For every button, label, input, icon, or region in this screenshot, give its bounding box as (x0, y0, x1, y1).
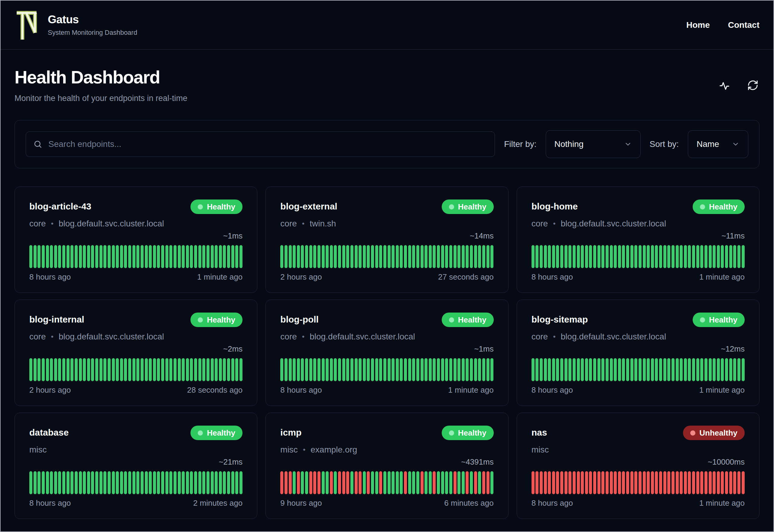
status-bar[interactable] (367, 245, 370, 268)
status-bar[interactable] (116, 358, 119, 381)
status-bar[interactable] (548, 245, 551, 268)
status-bar[interactable] (470, 358, 473, 381)
status-bar[interactable] (742, 358, 745, 381)
status-bar[interactable] (585, 245, 588, 268)
status-bar[interactable] (231, 471, 234, 494)
status-bar[interactable] (535, 245, 538, 268)
status-bar[interactable] (50, 358, 53, 381)
status-bar[interactable] (581, 358, 584, 381)
status-bar[interactable] (421, 471, 424, 494)
status-bar[interactable] (207, 358, 210, 381)
status-bar[interactable] (581, 471, 584, 494)
status-bar[interactable] (289, 245, 292, 268)
status-bar[interactable] (297, 358, 300, 381)
status-bar[interactable] (50, 245, 53, 268)
status-bar[interactable] (379, 245, 382, 268)
status-bar[interactable] (614, 358, 617, 381)
status-bar[interactable] (124, 358, 127, 381)
status-bar[interactable] (239, 358, 242, 381)
status-bar[interactable] (622, 245, 625, 268)
status-bar[interactable] (95, 245, 98, 268)
status-bar[interactable] (326, 471, 329, 494)
status-bar[interactable] (618, 471, 621, 494)
status-bar[interactable] (462, 358, 465, 381)
status-bar[interactable] (363, 245, 366, 268)
status-bar[interactable] (83, 245, 86, 268)
status-bar[interactable] (322, 471, 325, 494)
status-bar[interactable] (338, 471, 341, 494)
status-bar[interactable] (375, 245, 378, 268)
status-bar[interactable] (359, 245, 362, 268)
sort-select[interactable]: Name (688, 130, 748, 158)
status-bar[interactable] (239, 245, 242, 268)
status-bar[interactable] (371, 358, 374, 381)
status-bar[interactable] (717, 358, 720, 381)
status-bar[interactable] (684, 245, 687, 268)
status-bar[interactable] (462, 471, 465, 494)
status-bar[interactable] (34, 245, 37, 268)
status-bar[interactable] (91, 245, 94, 268)
status-bar[interactable] (540, 245, 543, 268)
status-bar[interactable] (688, 358, 691, 381)
status-bar[interactable] (606, 471, 609, 494)
status-bar[interactable] (416, 358, 419, 381)
status-bar[interactable] (305, 358, 308, 381)
status-bar[interactable] (305, 471, 308, 494)
status-bar[interactable] (454, 245, 457, 268)
activity-button[interactable] (718, 79, 731, 92)
status-bar[interactable] (223, 358, 226, 381)
status-bar[interactable] (207, 471, 210, 494)
status-bar[interactable] (149, 471, 152, 494)
status-bar[interactable] (75, 471, 78, 494)
status-bar[interactable] (165, 471, 168, 494)
status-bar[interactable] (37, 471, 41, 494)
status-bar[interactable] (194, 358, 197, 381)
status-bar[interactable] (227, 358, 230, 381)
status-bar[interactable] (309, 245, 312, 268)
status-bar[interactable] (474, 358, 477, 381)
status-bar[interactable] (70, 358, 73, 381)
status-bar[interactable] (165, 358, 168, 381)
status-bar[interactable] (342, 245, 345, 268)
status-bar[interactable] (478, 245, 481, 268)
status-bar[interactable] (83, 358, 86, 381)
status-bar[interactable] (713, 358, 716, 381)
status-bar[interactable] (589, 245, 592, 268)
status-bar[interactable] (70, 471, 73, 494)
status-bar[interactable] (388, 471, 391, 494)
status-bar[interactable] (454, 358, 457, 381)
status-bar[interactable] (231, 245, 234, 268)
status-bar[interactable] (424, 245, 428, 268)
status-bar[interactable] (680, 245, 683, 268)
status-bar[interactable] (651, 358, 654, 381)
status-bar[interactable] (326, 358, 329, 381)
status-bar[interactable] (651, 471, 654, 494)
status-bar[interactable] (174, 245, 177, 268)
status-bar[interactable] (120, 245, 123, 268)
status-bar[interactable] (466, 245, 469, 268)
status-bar[interactable] (392, 471, 395, 494)
status-bar[interactable] (355, 471, 358, 494)
status-bar[interactable] (330, 358, 333, 381)
status-bar[interactable] (91, 358, 94, 381)
status-bar[interactable] (437, 245, 440, 268)
status-bar[interactable] (186, 471, 189, 494)
status-bar[interactable] (116, 245, 119, 268)
status-bar[interactable] (556, 245, 559, 268)
status-bar[interactable] (429, 471, 432, 494)
status-bar[interactable] (696, 358, 699, 381)
status-bar[interactable] (342, 471, 345, 494)
status-bar[interactable] (58, 358, 61, 381)
status-bar[interactable] (202, 358, 205, 381)
status-bar[interactable] (83, 471, 86, 494)
status-bar[interactable] (355, 358, 358, 381)
status-bar[interactable] (194, 471, 197, 494)
status-bar[interactable] (29, 358, 32, 381)
status-bar[interactable] (116, 471, 119, 494)
status-bar[interactable] (564, 471, 567, 494)
status-bar[interactable] (667, 471, 670, 494)
status-bar[interactable] (416, 471, 419, 494)
status-bar[interactable] (108, 358, 111, 381)
status-bar[interactable] (322, 245, 325, 268)
status-bar[interactable] (717, 245, 720, 268)
